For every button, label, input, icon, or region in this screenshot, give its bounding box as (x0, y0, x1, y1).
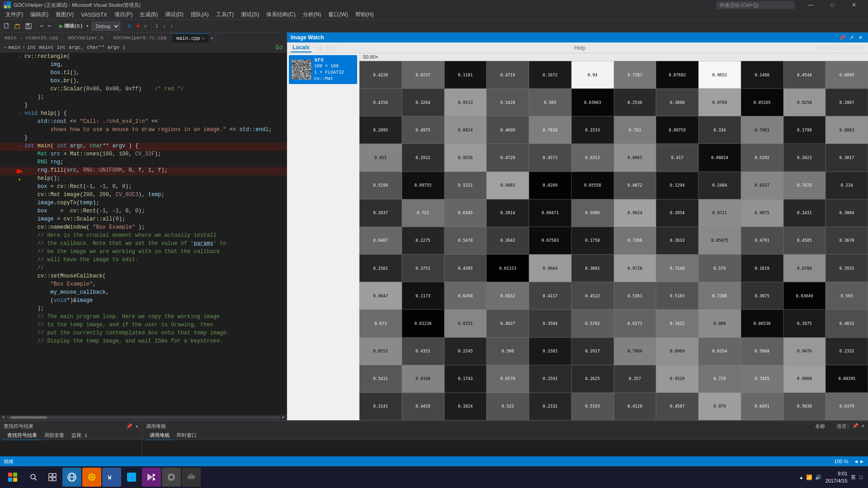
find-results-controls: 📌 ✕ (126, 423, 138, 429)
iw-cell: 0.4719 (486, 61, 529, 89)
menu-debug[interactable]: 调试(D) (161, 10, 187, 20)
iw-cell: 0.0209 (529, 172, 571, 199)
tab-overflow[interactable]: ▾ (210, 33, 216, 42)
code-line-bp: → rng.fill(src, RNG::UNIFORM, 0, f, 1, f… (0, 167, 287, 175)
toolbar-open[interactable] (13, 21, 23, 31)
hscroll-track[interactable] (6, 416, 280, 419)
iw-item-name: src (314, 57, 344, 63)
code-line: img, (0, 61, 287, 70)
toolbar-sep3 (123, 22, 123, 30)
taskbar-vs[interactable] (142, 468, 161, 487)
taskbar-ie[interactable] (62, 468, 81, 487)
code-line: // Here is the crucial moment where we a… (0, 232, 287, 240)
taskbar-task-view[interactable] (43, 468, 61, 486)
taskbar-word[interactable]: W (102, 468, 121, 487)
tab-videio[interactable]: main - videoIO.cpp (0, 33, 63, 42)
menu-analyze[interactable]: 分析(N) (299, 10, 325, 20)
iw-float-button[interactable]: ↗ (847, 33, 855, 42)
quick-launch-text[interactable]: 快速启动 (Ctrl+Q) (716, 1, 795, 9)
maximize-button[interactable]: □ (822, 0, 843, 10)
tab-find-results[interactable]: 查找符号结果 (4, 431, 41, 440)
tab-immediate[interactable]: 即时窗口 (173, 431, 200, 440)
iw-image-item[interactable]: src 100 × 100 1 × FLOAT32 cv::Mat (289, 55, 357, 84)
toolbar-pause[interactable]: ⏸ (125, 21, 134, 31)
toolbar-stop[interactable]: ■ (135, 21, 142, 31)
tab-locals[interactable]: 局部变量 (41, 431, 68, 440)
toolbar-debug-config[interactable]: Debug (92, 22, 120, 31)
iw-cell: 0.1799 (783, 116, 826, 144)
tab-main-cpp[interactable]: main.cpp ✕ (172, 33, 210, 42)
iw-close-button[interactable]: ✕ (856, 33, 864, 42)
menu-team[interactable]: 团队(A) (187, 10, 212, 20)
tab-watch1[interactable]: 监视 1 (68, 431, 91, 440)
scroll-next-btn[interactable]: ► (859, 459, 864, 464)
taskbar-firefox[interactable] (82, 468, 101, 487)
menu-build[interactable]: 生成(B) (136, 10, 161, 20)
menu-tools[interactable]: 工具(T) (212, 10, 237, 20)
toolbar-undo[interactable]: ↩ (38, 21, 45, 31)
thumbnail-canvas (292, 60, 311, 80)
find-results-close[interactable]: ✕ (135, 423, 138, 429)
start-button[interactable] (2, 466, 24, 488)
iw-cell: 0.2633 (656, 227, 698, 254)
taskbar-app4[interactable]: 🔷 (122, 468, 141, 487)
input-method[interactable]: 英 (851, 474, 856, 481)
iw-cell: 0.3141 (359, 393, 402, 420)
tab-gocvhelper-cpp[interactable]: GOCVHelper0.7c.cpp (108, 33, 172, 42)
iw-help-button[interactable]: Help (574, 45, 585, 51)
taskbar-search[interactable] (24, 468, 42, 486)
call-stack-pin[interactable]: 📌 (852, 423, 859, 430)
tab-close-icon[interactable]: ✕ (202, 36, 205, 41)
menu-vassistx[interactable]: VASSISTX (77, 10, 111, 20)
iw-radio-watch[interactable]: ○ (319, 45, 322, 51)
menu-view[interactable]: 视图(V) (52, 10, 77, 20)
iw-tab-watch[interactable]: ○ Watch (317, 44, 342, 52)
menu-file[interactable]: 文件(F) (2, 10, 27, 20)
find-results-pin[interactable]: 📌 (126, 423, 132, 429)
iw-cell: 0.6458 (444, 282, 487, 310)
call-stack-pane: 调用堆栈 名称 语言: 📌 ✕ 调用堆栈 即时窗口 (142, 421, 868, 456)
toolbar-new[interactable] (2, 21, 12, 31)
toolbar-save[interactable] (24, 21, 33, 31)
iw-cell: 0.522 (486, 393, 529, 420)
tab-call-stack[interactable]: 调用堆栈 (146, 431, 173, 440)
clock[interactable]: 9:01 2017/4/15 (825, 470, 847, 484)
iw-cell: 0.9652 (698, 61, 741, 89)
menu-edit[interactable]: 编辑(E) (27, 10, 52, 20)
toolbar-step-into[interactable]: ↓ (161, 21, 168, 31)
menu-help[interactable]: 帮助(H) (352, 10, 377, 20)
scroll-right-btn[interactable]: ► (280, 415, 287, 420)
iw-cell: 0.719 (698, 365, 741, 393)
status-scroll-btns: ◄ ► (854, 459, 864, 464)
iw-cell: 0.6237 (402, 61, 444, 89)
go-button[interactable]: Go (275, 44, 283, 51)
call-stack-close[interactable]: ✕ (861, 423, 864, 430)
toolbar: ↩ ↪ ▶ 继续(C) ▾ Debug ⏸ ■ ↺ ⤵ ↓ ↑ (0, 20, 868, 33)
toolbar-redo[interactable]: ↪ (46, 21, 53, 31)
toolbar-continue[interactable]: ▶ 继续(C) ▾ (57, 21, 90, 31)
iw-cell: 0.7981 (741, 116, 783, 144)
scroll-left-btn[interactable]: ◄ (0, 415, 6, 420)
menu-project[interactable]: 项目(P) (111, 10, 136, 20)
iw-cell: 0.05165 (741, 89, 783, 116)
action-center[interactable]: □ (859, 474, 863, 480)
iw-tab-locals[interactable]: Locals (291, 43, 311, 52)
menu-arch[interactable]: 体系结构(C) (263, 10, 299, 20)
tray-arrow[interactable]: ▲ (799, 475, 804, 480)
tab-gocvhelper-h[interactable]: GOCVHelper.h (63, 33, 108, 42)
toolbar-step-out[interactable]: ↑ (169, 21, 175, 31)
minimize-button[interactable]: — (800, 0, 821, 10)
editor-hscroll[interactable]: ◄ ► (0, 415, 287, 420)
hscroll-thumb[interactable] (11, 416, 47, 419)
code-area[interactable]: − cv::rectangle( img, box.tl(), box.br()… (0, 52, 287, 420)
toolbar-restart[interactable]: ↺ (142, 21, 149, 31)
menu-test[interactable]: 测试(S) (237, 10, 263, 20)
toolbar-step-over[interactable]: ⤵ (154, 21, 160, 31)
taskbar-app7[interactable] (182, 468, 201, 487)
iw-pin-button[interactable]: 📌 (838, 33, 846, 42)
close-button[interactable]: ✕ (844, 0, 864, 10)
scroll-prev-btn[interactable]: ◄ (854, 459, 859, 464)
iw-cell: 0.2431 (783, 199, 826, 227)
taskbar-app6[interactable] (162, 468, 181, 487)
menu-window[interactable]: 窗口(W) (325, 10, 351, 20)
